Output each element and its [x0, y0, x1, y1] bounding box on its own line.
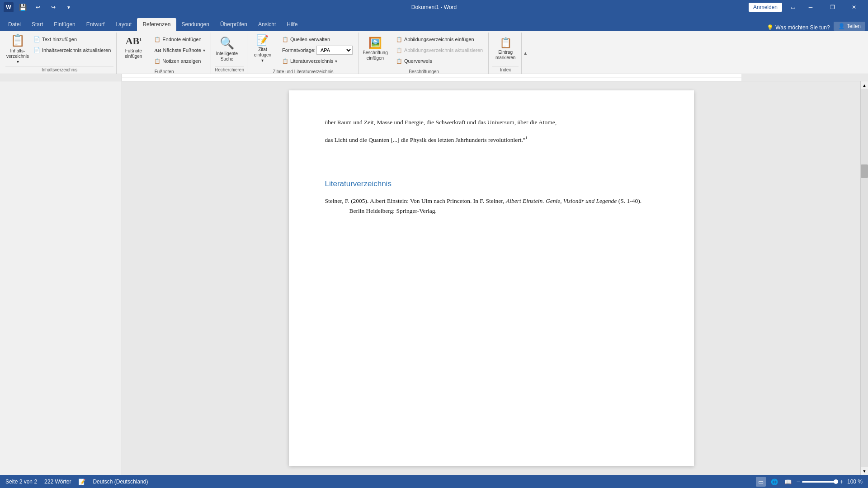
- beschriftung-icon: 🖼️: [368, 37, 382, 49]
- tab-sendungen[interactable]: Sendungen: [176, 18, 215, 31]
- status-bar-right: ▭ 🌐 📖 − + 100 %: [756, 477, 863, 487]
- quellen-verwalten-btn[interactable]: 📋 Quellen verwalten: [279, 34, 355, 44]
- ribbon-group-index-items: 📋 Eintragmarkieren: [492, 33, 519, 66]
- bibliography-entry: Steiner, F. (2005). Albert Einstein: Von…: [325, 196, 658, 216]
- intro-text: über Raum und Zeit, Masse und Energie, d…: [325, 117, 658, 127]
- search-help[interactable]: 💡 Was möchten Sie tun?: [763, 24, 833, 31]
- zoom-fill: [802, 481, 838, 483]
- scroll-down-btn[interactable]: ▼: [861, 467, 868, 475]
- endnote-icon: 📋: [154, 37, 160, 42]
- abbverz-akt-icon: 📋: [396, 47, 402, 53]
- zoom-minus-btn[interactable]: −: [797, 478, 800, 485]
- zitat-icon: 📝: [256, 34, 269, 46]
- scroll-track[interactable]: [861, 89, 868, 467]
- ruler-main: [122, 74, 741, 81]
- ribbon-content: 📋 Inhalts-verzeichnis ▾ 📄 Text hinzufüge…: [0, 31, 868, 74]
- formatvorlage-select[interactable]: APA MLA Chicago: [316, 46, 353, 55]
- beschriftungen-small-btns: 📋 Abbildungsverzeichnis einfügen 📋 Abbil…: [393, 33, 486, 67]
- zoom-level: 100 %: [847, 479, 863, 485]
- ribbon-display-btn[interactable]: ▭: [787, 1, 799, 14]
- minimize-button[interactable]: ─: [800, 0, 821, 14]
- document-container[interactable]: über Raum und Zeit, Masse und Energie, d…: [122, 81, 860, 475]
- left-panel: [0, 81, 122, 475]
- ribbon-collapse-btn[interactable]: ▲: [523, 51, 528, 56]
- document-page: über Raum und Zeit, Masse und Energie, d…: [289, 90, 694, 466]
- inhaltsverzeichnis-btn[interactable]: 📋 Inhalts-verzeichnis ▾: [5, 33, 30, 64]
- tab-referenzen[interactable]: Referenzen: [137, 18, 176, 31]
- quick-save-btn[interactable]: 💾: [16, 1, 29, 14]
- ribbon-group-inhaltsverzeichnis: 📋 Inhalts-verzeichnis ▾ 📄 Text hinzufüge…: [3, 33, 117, 74]
- view-read-btn[interactable]: 📖: [783, 477, 793, 487]
- tab-start[interactable]: Start: [26, 18, 48, 31]
- eintrag-icon: 📋: [500, 37, 512, 49]
- fussnote-einfuegen-btn[interactable]: AB1 Fußnoteeinfügen: [120, 33, 146, 64]
- quellen-icon: 📋: [282, 37, 288, 42]
- tab-hilfe[interactable]: Hilfe: [281, 18, 303, 31]
- ribbon-group-beschriftungen-items: 🖼️ Beschriftungeinfügen 📋 Abbildungsverz…: [362, 33, 486, 68]
- tab-entwurf[interactable]: Entwurf: [81, 18, 110, 31]
- main-area: über Raum und Zeit, Masse und Energie, d…: [0, 81, 868, 475]
- zoom-plus-btn[interactable]: +: [840, 478, 844, 485]
- notizen-icon: 📋: [154, 58, 160, 64]
- tab-ansicht[interactable]: Ansicht: [253, 18, 281, 31]
- zoom-track[interactable]: [802, 481, 838, 483]
- inhaltsverzeichnis-group-label: Inhaltsverzeichnis: [5, 66, 113, 74]
- ruler: [0, 74, 868, 81]
- fussnote-icon: AB1: [126, 35, 142, 47]
- literaturverzeichnis-btn[interactable]: 📋 Literaturverzeichnis ▾: [279, 56, 355, 66]
- quick-customize-btn[interactable]: ▼: [62, 1, 75, 14]
- ruler-side: [0, 74, 122, 81]
- text-hinzufuegen-btn[interactable]: 📄 Text hinzufügen: [31, 34, 113, 44]
- scroll-thumb[interactable]: [861, 164, 868, 178]
- recherchieren-group-label: Recherchieren: [215, 66, 244, 74]
- ribbon-group-index: 📋 Eintragmarkieren Index: [490, 33, 522, 74]
- inhaltsverzeichnis-aktualisieren-btn[interactable]: 📄 Inhaltsverzeichnis aktualisieren: [31, 45, 113, 55]
- intelligente-suche-icon: 🔍: [220, 36, 234, 50]
- signin-button[interactable]: Anmelden: [749, 3, 782, 12]
- ribbon-group-recherchieren-items: 🔍 IntelligenteSuche: [215, 33, 244, 66]
- word-app-icon: W: [4, 2, 14, 12]
- eintrag-markieren-btn[interactable]: 📋 Eintragmarkieren: [492, 33, 519, 64]
- quote-text: das Licht und die Quanten [...] die Phys…: [325, 135, 658, 145]
- querverweis-btn[interactable]: 📋 Querverweis: [393, 56, 486, 66]
- naechste-fussnote-btn[interactable]: AB Nächste Fußnote ▾: [151, 45, 208, 55]
- quick-redo-btn[interactable]: ↪: [47, 1, 60, 14]
- language-info[interactable]: Deutsch (Deutschland): [93, 479, 148, 485]
- status-bar: Seite 2 von 2 222 Wörter 📝 Deutsch (Deut…: [0, 475, 868, 488]
- tab-layout[interactable]: Layout: [110, 18, 137, 31]
- zitat-einfuegen-btn[interactable]: 📝 Zitateinfügen ▾: [251, 33, 274, 64]
- scroll-up-btn[interactable]: ▲: [861, 81, 868, 89]
- view-web-btn[interactable]: 🌐: [769, 477, 779, 487]
- ribbon-group-zitate-items: 📝 Zitateinfügen ▾ 📋 Quellen verwalten Fo…: [251, 33, 355, 68]
- proofing-icon[interactable]: 📝: [78, 479, 85, 485]
- notizen-anzeigen-btn[interactable]: 📋 Notizen anzeigen: [151, 56, 208, 66]
- close-button[interactable]: ✕: [844, 0, 864, 14]
- querverweis-icon: 📋: [396, 58, 402, 64]
- tab-ueberpruefen[interactable]: Überprüfen: [215, 18, 253, 31]
- zitate-small-btns: 📋 Quellen verwalten Formatvorlage: APA M…: [279, 33, 355, 67]
- abbildungsverzeichnis-akt-btn[interactable]: 📋 Abbildungsverzeichnis aktualisieren: [393, 45, 486, 55]
- restore-button[interactable]: ❐: [822, 0, 843, 14]
- inhaltsverzeichnis-icon: 📋: [10, 33, 25, 47]
- view-print-layout-btn[interactable]: ▭: [756, 477, 766, 487]
- tab-datei[interactable]: Datei: [3, 18, 26, 31]
- bibliography-heading: Literaturverzeichnis: [325, 178, 658, 190]
- ruler-right: [741, 74, 868, 81]
- beschriftung-einfuegen-btn[interactable]: 🖼️ Beschriftungeinfügen: [362, 33, 388, 64]
- intelligente-suche-btn[interactable]: 🔍 IntelligenteSuche: [215, 33, 239, 64]
- share-button[interactable]: 👤 Teilen: [834, 22, 865, 31]
- naechste-fussnote-icon: AB: [154, 47, 161, 53]
- abbverz-icon: 📋: [396, 37, 402, 42]
- formatvorlage-select-wrapper[interactable]: Formatvorlage: APA MLA Chicago: [279, 45, 355, 55]
- ribbon-tabs-row: Datei Start Einfügen Entwurf Layout Refe…: [0, 14, 868, 31]
- zoom-thumb[interactable]: [834, 479, 838, 484]
- tab-einfuegen[interactable]: Einfügen: [48, 18, 80, 31]
- vertical-scrollbar[interactable]: ▲ ▼: [860, 81, 868, 475]
- ribbon-group-recherchieren: 🔍 IntelligenteSuche Recherchieren: [212, 33, 247, 74]
- index-group-label: Index: [492, 66, 519, 74]
- abbildungsverzeichnis-btn[interactable]: 📋 Abbildungsverzeichnis einfügen: [393, 34, 486, 44]
- ribbon-group-beschriftungen: 🖼️ Beschriftungeinfügen 📋 Abbildungsverz…: [359, 33, 489, 74]
- quick-undo-btn[interactable]: ↩: [32, 1, 44, 14]
- zoom-slider[interactable]: − +: [797, 478, 844, 485]
- endnote-einfuegen-btn[interactable]: 📋 Endnote einfügen: [151, 34, 208, 44]
